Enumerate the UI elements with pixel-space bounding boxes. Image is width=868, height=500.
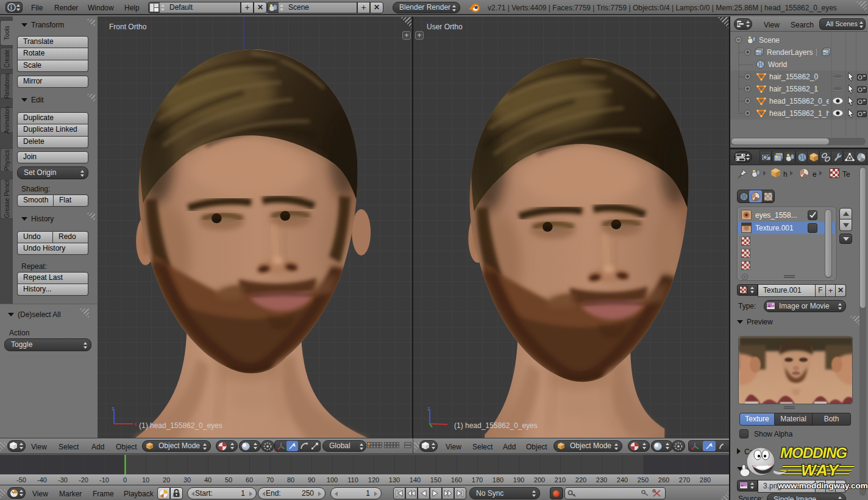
svg-text:WAY: WAY <box>801 461 840 479</box>
svg-text:i: i <box>10 4 12 11</box>
svg-text:www.moddingway.com: www.moddingway.com <box>777 481 868 490</box>
svg-text:x: x <box>134 421 137 427</box>
svg-text:z: z <box>112 405 115 412</box>
svg-text:MODDING: MODDING <box>780 445 847 461</box>
svg-text:z: z <box>427 405 430 412</box>
